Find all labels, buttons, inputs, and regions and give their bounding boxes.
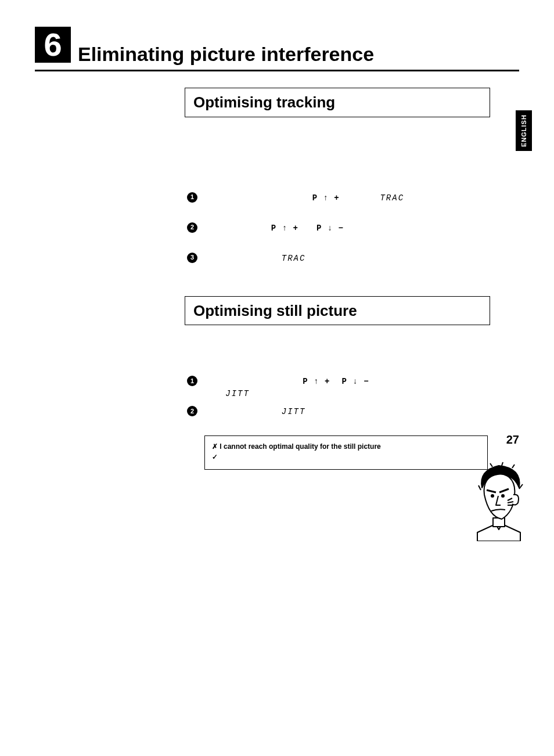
section-title-still: Optimising still picture xyxy=(185,296,490,326)
section-tracking: Optimising tracking On playback, your Vi… xyxy=(185,88,490,276)
p-up-plus-button-label: P ↑ + xyxy=(312,193,340,203)
still-step-2: 2 As soon as the word JITT disappears fr… xyxy=(187,405,488,430)
section-title-tracking: Optimising tracking xyxy=(185,88,490,117)
bullet-icon: 3 xyxy=(187,253,197,263)
troubleshoot-box: I cannot reach optimal quality for the s… xyxy=(204,435,488,470)
display-jitt: JITT xyxy=(225,389,250,398)
bullet-icon: 2 xyxy=(187,406,197,416)
step-text: As soon as the word JITT disappears from… xyxy=(206,405,488,430)
page-number: 27 xyxy=(506,433,519,447)
p-down-minus-button-label: P ↓ − xyxy=(342,377,369,386)
step-text: As soon as the word TRAC disappears from… xyxy=(206,252,488,276)
bullet-icon: 1 xyxy=(187,192,197,203)
tracking-step-3: 3 As soon as the word TRAC disappears fr… xyxy=(187,252,488,276)
still-step-1: 1 In still-picture mode, press P ↑ + or … xyxy=(187,375,488,399)
chapter-title: Eliminating picture interference xyxy=(78,44,374,65)
tracking-step-1: 1 While playing the tape, press P ↑ +. T… xyxy=(187,192,488,216)
chapter-number: 6 xyxy=(35,27,71,63)
bullet-icon: 2 xyxy=(187,222,197,233)
still-intro: This section tells you how to go about c… xyxy=(187,336,488,360)
chapter-header: 6 Eliminating picture interference xyxy=(35,29,519,65)
page: 6 Eliminating picture interference ENGLI… xyxy=(0,0,554,470)
display-jitt: JITT xyxy=(282,407,306,416)
display-trac: TRAC xyxy=(380,193,404,203)
trouble-answer: Try adjusting the tracking in slow-motio… xyxy=(212,452,480,462)
tracking-step-2: 2 Using the buttons P ↑ + and P ↓ − adju… xyxy=(187,222,488,246)
p-up-plus-button-label: P ↑ + xyxy=(271,224,298,233)
divider xyxy=(35,70,519,71)
bullet-icon: 1 xyxy=(187,376,197,386)
p-down-minus-button-label: P ↓ − xyxy=(316,224,344,233)
p-up-plus-button-label: P ↑ + xyxy=(303,377,330,386)
display-trac: TRAC xyxy=(282,254,306,263)
step-text: Using the buttons P ↑ + and P ↓ − adjust… xyxy=(206,222,488,246)
step-text: In still-picture mode, press P ↑ + or P … xyxy=(206,375,488,399)
step-text: While playing the tape, press P ↑ +. The… xyxy=(206,192,488,216)
language-tab: ENGLISH xyxy=(516,110,532,151)
section-still: Optimising still picture This section te… xyxy=(185,296,490,470)
svg-point-0 xyxy=(491,495,494,497)
tracking-intro: On playback, your Video Recorder adjusts… xyxy=(187,128,488,177)
svg-point-1 xyxy=(502,495,504,497)
trouble-question: I cannot reach optimal quality for the s… xyxy=(212,442,480,452)
cartoon-face-icon xyxy=(467,460,531,541)
